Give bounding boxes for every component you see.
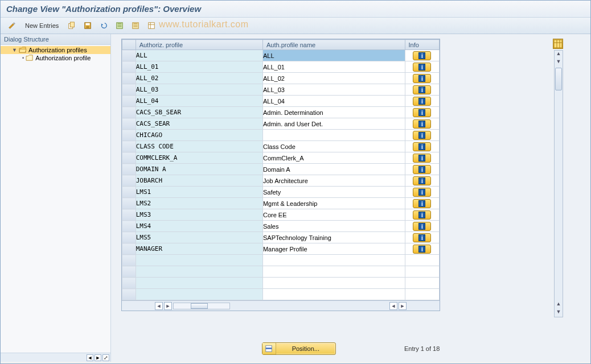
- row-selector[interactable]: [122, 278, 136, 289]
- select-all-icon[interactable]: [113, 20, 126, 31]
- info-button[interactable]: i: [413, 165, 431, 174]
- cell-name[interactable]: Sales: [262, 221, 405, 232]
- cell-name[interactable]: Core EE: [262, 209, 405, 221]
- info-button[interactable]: i: [413, 108, 431, 117]
- hscroll-thumb[interactable]: [191, 303, 208, 309]
- info-button[interactable]: i: [413, 199, 431, 208]
- col-selector[interactable]: [122, 40, 136, 50]
- info-button[interactable]: i: [413, 142, 431, 151]
- cell-name[interactable]: Admin. and User Det.: [262, 118, 405, 130]
- vscroll-up2-icon[interactable]: ▼: [555, 59, 563, 67]
- vscroll-down2-icon[interactable]: ▼: [555, 309, 563, 317]
- cell-profile[interactable]: CHICAGO: [136, 130, 262, 141]
- row-selector[interactable]: [122, 198, 136, 209]
- hscroll-right-icon[interactable]: ►: [164, 302, 172, 310]
- cell-profile[interactable]: ALL: [136, 50, 262, 61]
- row-selector[interactable]: [122, 164, 136, 175]
- col-profile[interactable]: Authoriz. profile: [136, 40, 262, 50]
- cell-profile[interactable]: CACS_SEAR: [136, 118, 262, 130]
- expand-icon[interactable]: ▼: [12, 47, 17, 53]
- cell-profile[interactable]: LMS3: [136, 209, 262, 221]
- cell-profile[interactable]: COMMCLERK_A: [136, 152, 262, 164]
- cell-name[interactable]: [262, 278, 405, 289]
- row-selector[interactable]: [122, 152, 136, 164]
- cell-name[interactable]: Safety: [262, 187, 405, 198]
- configure-columns-icon[interactable]: [553, 39, 563, 49]
- cell-name[interactable]: [262, 130, 405, 141]
- cell-profile[interactable]: [136, 255, 262, 266]
- row-selector[interactable]: [122, 209, 136, 221]
- cell-profile[interactable]: LMS5: [136, 232, 262, 243]
- undo-icon[interactable]: [97, 20, 110, 31]
- ds-scroll-right-icon[interactable]: ►: [95, 354, 101, 361]
- info-button[interactable]: i: [413, 51, 431, 60]
- cell-profile[interactable]: MANAGER: [136, 243, 262, 255]
- row-selector[interactable]: [122, 221, 136, 232]
- cell-name[interactable]: Class Code: [262, 141, 405, 152]
- row-selector[interactable]: [122, 96, 136, 107]
- vscroll-thumb[interactable]: [555, 68, 562, 90]
- info-button[interactable]: i: [413, 85, 431, 94]
- ds-expand-icon[interactable]: ⤢: [102, 354, 109, 361]
- cell-name[interactable]: ALL_01: [262, 61, 405, 73]
- cell-profile[interactable]: LMS1: [136, 187, 262, 198]
- cell-profile[interactable]: [136, 289, 262, 300]
- info-button[interactable]: i: [413, 131, 431, 140]
- new-entries-button[interactable]: New Entries: [21, 20, 63, 31]
- cell-profile[interactable]: CACS_SB_SEAR: [136, 107, 262, 118]
- cell-name[interactable]: ALL_04: [262, 96, 405, 107]
- table-settings-icon[interactable]: [145, 20, 158, 31]
- cell-name[interactable]: SAPTechnology Training: [262, 232, 405, 243]
- cell-name[interactable]: ALL_02: [262, 73, 405, 84]
- col-info[interactable]: Info: [405, 40, 439, 50]
- vscroll-up-icon[interactable]: ▲: [555, 51, 563, 59]
- cell-profile[interactable]: [136, 266, 262, 278]
- row-selector[interactable]: [122, 107, 136, 118]
- copy-icon[interactable]: [65, 20, 79, 31]
- cell-name[interactable]: Mgmt & Leadership: [262, 198, 405, 209]
- save-icon[interactable]: [81, 20, 95, 31]
- deselect-all-icon[interactable]: [129, 20, 142, 31]
- cell-profile[interactable]: ALL_01: [136, 61, 262, 73]
- cell-profile[interactable]: LMS2: [136, 198, 262, 209]
- info-button[interactable]: i: [413, 245, 431, 254]
- row-selector[interactable]: [122, 118, 136, 130]
- row-selector[interactable]: [122, 187, 136, 198]
- row-selector[interactable]: [122, 232, 136, 243]
- row-selector[interactable]: [122, 266, 136, 278]
- cell-name[interactable]: Domain A: [262, 164, 405, 175]
- cell-profile[interactable]: [136, 278, 262, 289]
- hscroll-track[interactable]: [173, 303, 230, 309]
- info-button[interactable]: i: [413, 233, 431, 242]
- tree-item-auth-profile[interactable]: • Authorization profile: [1, 54, 110, 62]
- row-selector[interactable]: [122, 141, 136, 152]
- info-button[interactable]: i: [413, 210, 431, 220]
- col-name[interactable]: Auth.profile name: [262, 40, 405, 50]
- info-button[interactable]: i: [413, 222, 431, 231]
- info-button[interactable]: i: [413, 74, 431, 83]
- vscroll-down-icon[interactable]: ▲: [555, 301, 563, 309]
- cell-name[interactable]: Job Architecture: [262, 175, 405, 187]
- row-selector[interactable]: [122, 130, 136, 141]
- cell-profile[interactable]: LMS4: [136, 221, 262, 232]
- cell-name[interactable]: CommClerk_A: [262, 152, 405, 164]
- hscroll2-right-icon[interactable]: ►: [399, 302, 407, 310]
- cell-name[interactable]: ALL: [262, 50, 405, 61]
- info-button[interactable]: i: [413, 188, 431, 197]
- position-button[interactable]: Position...: [262, 342, 336, 355]
- cell-profile[interactable]: ALL_02: [136, 73, 262, 84]
- row-selector[interactable]: [122, 289, 136, 300]
- row-selector[interactable]: [122, 84, 136, 96]
- cell-profile[interactable]: ALL_03: [136, 84, 262, 96]
- cell-name[interactable]: [262, 289, 405, 300]
- toggle-display-icon[interactable]: [5, 20, 19, 31]
- row-selector[interactable]: [122, 50, 136, 61]
- row-selector[interactable]: [122, 73, 136, 84]
- info-button[interactable]: i: [413, 97, 431, 106]
- cell-profile[interactable]: ALL_04: [136, 96, 262, 107]
- info-button[interactable]: i: [413, 119, 431, 129]
- cell-name[interactable]: [262, 255, 405, 266]
- row-selector[interactable]: [122, 255, 136, 266]
- cell-profile[interactable]: DOMAIN A: [136, 164, 262, 175]
- cell-name[interactable]: [262, 266, 405, 278]
